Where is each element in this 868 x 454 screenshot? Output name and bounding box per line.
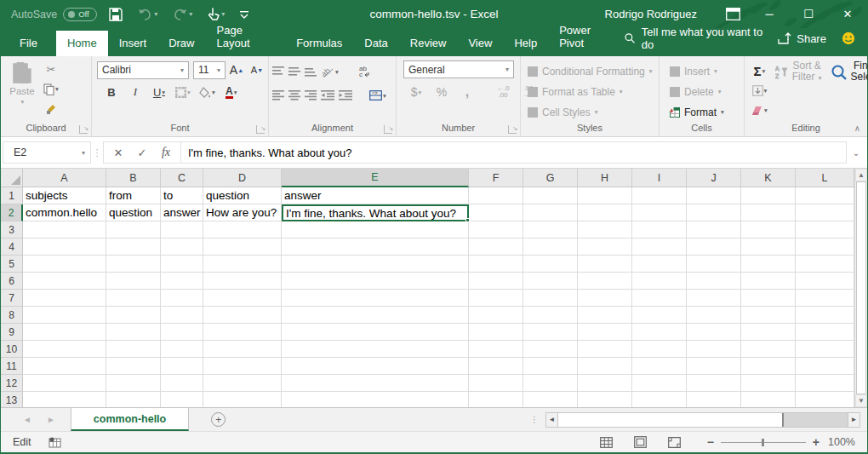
cell-L10[interactable] — [796, 341, 854, 358]
cell-D4[interactable] — [203, 238, 282, 256]
cell-D1[interactable]: question — [203, 187, 282, 204]
cell-G12[interactable] — [523, 375, 578, 392]
cell-A2[interactable]: common.hello — [23, 204, 106, 221]
format-cells-button[interactable]: Format▾ — [666, 103, 727, 121]
cell-D6[interactable] — [203, 273, 282, 290]
scroll-up-icon[interactable]: ▲ — [855, 169, 867, 181]
cell-B10[interactable] — [106, 341, 161, 358]
collapse-ribbon-icon[interactable]: ∧ — [854, 124, 860, 133]
cell-E2[interactable]: I'm fine, thanks. What about you? — [282, 204, 469, 221]
cell-H6[interactable] — [578, 273, 632, 290]
cell-F4[interactable] — [469, 238, 523, 256]
cell-G6[interactable] — [523, 273, 578, 290]
cell-I1[interactable] — [632, 187, 687, 204]
tab-formulas[interactable]: Formulas — [285, 31, 353, 56]
comma-style-button[interactable]: , — [458, 83, 477, 101]
accounting-format-button[interactable]: $▾ — [407, 83, 425, 101]
delete-cells-button[interactable]: Delete▾ — [666, 83, 723, 101]
scroll-down-icon[interactable]: ▼ — [855, 394, 867, 407]
zoom-knob[interactable] — [762, 439, 764, 446]
tab-review[interactable]: Review — [399, 31, 458, 56]
cell-C2[interactable]: answer — [161, 204, 203, 221]
cell-L3[interactable] — [796, 221, 854, 238]
format-painter-button[interactable] — [42, 100, 60, 118]
cell-J13[interactable] — [687, 392, 741, 407]
cell-E12[interactable] — [282, 375, 469, 392]
cell-E10[interactable] — [282, 341, 469, 358]
cell-I7[interactable] — [632, 290, 687, 307]
cell-J2[interactable] — [687, 204, 741, 221]
cell-F11[interactable] — [469, 358, 523, 375]
cell-D5[interactable] — [203, 256, 282, 273]
cancel-entry-button[interactable]: ✕ — [107, 147, 129, 159]
normal-view-button[interactable] — [590, 432, 624, 453]
cell-H9[interactable] — [578, 324, 632, 341]
cell-A11[interactable] — [23, 358, 106, 375]
cell-C11[interactable] — [161, 358, 203, 375]
cell-B13[interactable] — [106, 392, 161, 407]
cell-E6[interactable] — [282, 273, 469, 290]
underline-button[interactable]: U▾ — [150, 83, 168, 101]
cell-H4[interactable] — [578, 238, 632, 256]
row-header-11[interactable]: 11 — [1, 358, 23, 375]
cell-H2[interactable] — [578, 204, 632, 221]
cell-J10[interactable] — [687, 341, 741, 358]
tab-insert[interactable]: Insert — [108, 31, 158, 56]
row-header-2[interactable]: 2 — [1, 204, 23, 221]
tab-file[interactable]: File — [1, 31, 56, 56]
fill-color-button[interactable]: ▾ — [197, 83, 217, 101]
cell-K6[interactable] — [741, 273, 796, 290]
cell-A10[interactable] — [23, 341, 106, 358]
zoom-level[interactable]: 100% — [828, 436, 867, 448]
autosum-button[interactable]: Σ▾ — [750, 62, 769, 80]
shrink-font-button[interactable]: A▼ — [248, 61, 266, 79]
cell-L5[interactable] — [796, 256, 854, 273]
tab-splitter-icon[interactable]: ⋮ — [523, 408, 545, 431]
sheet-nav-right-icon[interactable]: ► — [47, 415, 55, 424]
vertical-scroll-thumb[interactable] — [856, 181, 866, 394]
align-left-icon[interactable] — [272, 90, 284, 101]
cell-F13[interactable] — [469, 392, 523, 407]
conditional-formatting-button[interactable]: Conditional Formatting▾ — [524, 62, 655, 80]
paste-dropdown-icon[interactable]: ▾ — [21, 98, 25, 106]
cell-G11[interactable] — [523, 358, 578, 375]
cell-I5[interactable] — [632, 256, 687, 273]
cell-D2[interactable]: How are you? — [203, 204, 282, 221]
feedback-smiley-icon[interactable] — [842, 31, 855, 46]
column-header-E[interactable]: E — [282, 169, 469, 187]
scroll-right-icon[interactable]: ► — [848, 412, 860, 428]
align-right-icon[interactable] — [305, 90, 317, 101]
cell-H5[interactable] — [578, 256, 632, 273]
row-header-7[interactable]: 7 — [1, 290, 23, 307]
cell-L8[interactable] — [796, 307, 854, 324]
cell-K8[interactable] — [741, 307, 796, 324]
share-button[interactable]: Share — [778, 32, 826, 45]
cell-J5[interactable] — [687, 256, 741, 273]
orientation-dropdown-icon[interactable]: ▾ — [335, 68, 339, 76]
cell-B3[interactable] — [106, 221, 161, 238]
cell-F6[interactable] — [469, 273, 523, 290]
cell-I3[interactable] — [632, 221, 687, 238]
tab-view[interactable]: View — [457, 31, 503, 56]
expand-formula-bar-icon[interactable]: ⌄ — [847, 141, 865, 164]
cell-E13[interactable] — [282, 392, 469, 407]
cut-button[interactable]: ✂ — [42, 60, 60, 78]
cell-C7[interactable] — [161, 290, 203, 307]
cell-E8[interactable] — [282, 307, 469, 324]
orientation-button[interactable]: ab ▾ — [321, 63, 340, 81]
cell-D3[interactable] — [203, 221, 282, 238]
cell-L7[interactable] — [796, 290, 854, 307]
row-header-1[interactable]: 1 — [1, 187, 23, 204]
cell-A9[interactable] — [23, 324, 106, 341]
cell-L2[interactable] — [796, 204, 854, 221]
cell-C6[interactable] — [161, 273, 203, 290]
fill-handle[interactable] — [465, 218, 470, 222]
cell-J7[interactable] — [687, 290, 741, 307]
paste-button[interactable]: Paste ▾ — [3, 59, 42, 106]
horizontal-scroll-thumb[interactable] — [558, 413, 784, 427]
row-header-3[interactable]: 3 — [1, 221, 23, 238]
fill-button[interactable]: ▾ — [750, 82, 769, 100]
font-size-dropdown-icon[interactable]: ▾ — [212, 66, 220, 74]
cell-L4[interactable] — [796, 238, 854, 256]
column-header-J[interactable]: J — [687, 169, 741, 187]
